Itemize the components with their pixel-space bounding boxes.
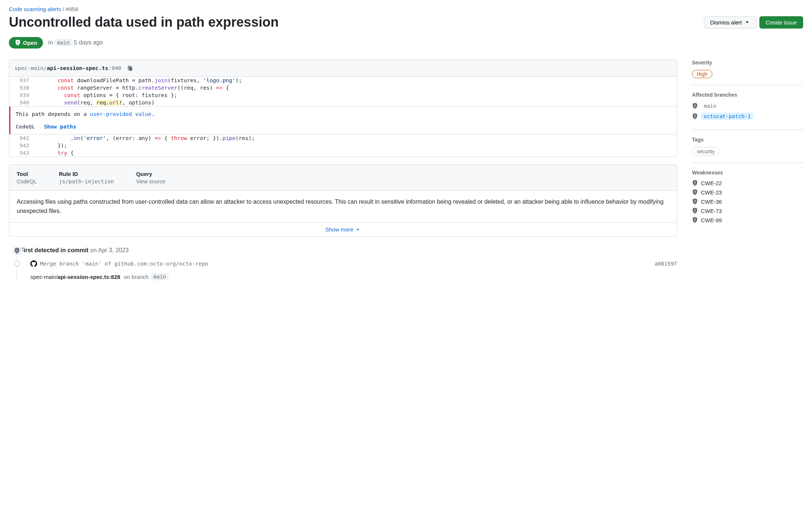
- affected-branches-heading: Affected branches: [692, 92, 803, 98]
- create-issue-button[interactable]: Create issue: [759, 16, 803, 29]
- breadcrumb-parent-link[interactable]: Code scanning alerts: [9, 6, 61, 12]
- weakness-link[interactable]: CWE-73: [692, 208, 803, 214]
- code-preview-box: spec-main/api-session-spec.ts:940 937 co…: [9, 60, 677, 157]
- tags-heading: Tags: [692, 137, 803, 143]
- timeline-detected-label: First detected in commit: [20, 247, 89, 253]
- shield-alert-icon: [692, 199, 698, 204]
- breadcrumb-sep: /: [63, 6, 64, 12]
- codeql-label: CodeQL: [16, 124, 35, 130]
- shield-alert-icon: [15, 40, 21, 46]
- commit-message[interactable]: Merge branch 'main' of github.com:octo-o…: [40, 261, 208, 267]
- dismiss-alert-button[interactable]: Dismiss alert: [704, 16, 756, 29]
- timeline-detected-date: on Apr 3, 2023: [90, 247, 129, 253]
- shield-alert-icon: [692, 208, 698, 214]
- code-table-bottom: 941 .on('error', (error: any) => { throw…: [9, 134, 677, 157]
- page-title: Uncontrolled data used in path expressio…: [9, 14, 279, 31]
- code-file-path[interactable]: spec-main/api-session-spec.ts:940: [14, 65, 121, 71]
- code-row: 943 try {: [9, 149, 677, 157]
- weaknesses-heading: Weaknesses: [692, 170, 803, 176]
- timeline-branch-chip[interactable]: main: [151, 273, 169, 280]
- affected-branch-row[interactable]: octocat-patch-1: [692, 113, 803, 120]
- code-row: 937 const downloadFilePath = path.join(f…: [9, 77, 677, 84]
- severity-pill: High: [692, 70, 712, 78]
- rule-description: Accessing files using paths constructed …: [9, 191, 677, 223]
- status-branch-chip[interactable]: main: [54, 39, 72, 46]
- code-row: 941 .on('error', (error: any) => { throw…: [9, 134, 677, 142]
- state-badge: Open: [9, 37, 43, 49]
- view-source-link[interactable]: View source: [136, 179, 165, 184]
- code-row: 940 send(req, req.url!, options): [9, 99, 677, 106]
- rule-box: Tool CodeQL Rule ID js/path-injection Qu…: [9, 164, 677, 237]
- commit-sha[interactable]: a08159f: [655, 261, 677, 267]
- rule-ruleid-col: Rule ID js/path-injection: [59, 171, 114, 184]
- show-more-button[interactable]: Show more: [9, 222, 677, 236]
- status-age: 5 days ago: [74, 39, 103, 46]
- weakness-link[interactable]: CWE-22: [692, 180, 803, 186]
- avatar-icon: [30, 260, 37, 267]
- chevron-down-icon: [355, 227, 361, 233]
- shield-alert-icon: [692, 189, 698, 195]
- status-in: in: [48, 39, 53, 46]
- shield-alert-icon: [12, 246, 22, 256]
- weakness-link[interactable]: CWE-99: [692, 217, 803, 223]
- shield-alert-icon: [692, 103, 698, 109]
- timeline-file-path[interactable]: spec-main/api-session-spec.ts:828: [30, 274, 120, 280]
- code-row: 939 const options = { root: fixtures };: [9, 91, 677, 99]
- affected-branch-row[interactable]: main: [692, 102, 803, 110]
- shield-alert-icon: [692, 217, 698, 223]
- breadcrumb-id: #958: [66, 6, 78, 12]
- show-paths-link[interactable]: Show paths: [44, 124, 76, 130]
- shield-alert-icon: [692, 180, 698, 186]
- copy-path-button[interactable]: [126, 64, 134, 73]
- copy-icon: [127, 65, 133, 71]
- code-table-top: 937 const downloadFilePath = path.join(f…: [9, 77, 677, 106]
- shield-alert-icon: [692, 113, 698, 119]
- alert-message-panel: This path depends on a user-provided val…: [9, 106, 677, 134]
- commit-dot-icon: [14, 261, 20, 267]
- severity-heading: Severity: [692, 60, 803, 66]
- code-row: 942 });: [9, 142, 677, 149]
- chevron-down-icon: [744, 19, 750, 25]
- weakness-link[interactable]: CWE-23: [692, 189, 803, 196]
- weakness-link[interactable]: CWE-36: [692, 199, 803, 205]
- tag-pill[interactable]: security: [692, 147, 719, 156]
- rule-tool-col: Tool CodeQL: [17, 171, 37, 184]
- alert-message-link[interactable]: user-provided value: [90, 111, 152, 117]
- rule-query-col: Query View source: [136, 171, 165, 184]
- code-row: 938 const rangeServer = http.createServe…: [9, 84, 677, 91]
